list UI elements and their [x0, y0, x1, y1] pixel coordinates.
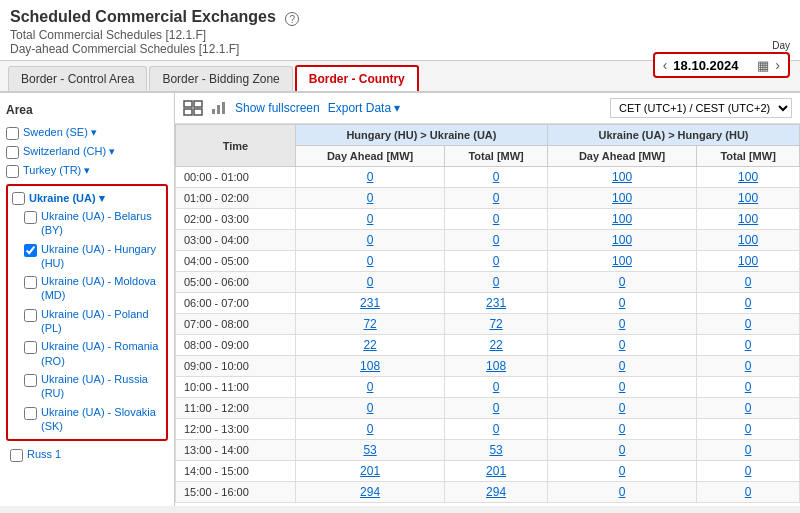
col-ua-hu-header: Ukraine (UA) > Hungary (HU) [547, 125, 799, 146]
switzerland-label[interactable]: Switzerland (CH) ▾ [23, 144, 115, 158]
main-layout: Area Sweden (SE) ▾ Switzerland (CH) ▾ Tu… [0, 93, 800, 506]
ua-sk-label[interactable]: Ukraine (UA) - Slovakia (SK) [41, 405, 162, 434]
sidebar-item-ua-hu[interactable]: Ukraine (UA) - Hungary (HU) [10, 240, 164, 273]
sidebar-item-turkey[interactable]: Turkey (TR) ▾ [4, 161, 170, 180]
turkey-label[interactable]: Turkey (TR) ▾ [23, 163, 90, 177]
sidebar-item-ua-sk[interactable]: Ukraine (UA) - Slovakia (SK) [10, 403, 164, 436]
svg-rect-4 [212, 109, 215, 114]
sidebar-item-ua-pl[interactable]: Ukraine (UA) - Poland (PL) [10, 305, 164, 338]
col-hu-ua-header: Hungary (HU) > Ukraine (UA) [295, 125, 547, 146]
table-row: 12:00 - 13:000000 [176, 419, 800, 440]
table-row: 01:00 - 02:0000100100 [176, 188, 800, 209]
table-row: 13:00 - 14:00535300 [176, 440, 800, 461]
sidebar-item-sweden[interactable]: Sweden (SE) ▾ [4, 123, 170, 142]
sidebar-title: Area [4, 99, 170, 123]
svg-rect-2 [184, 109, 192, 115]
sidebar-item-ua-md[interactable]: Ukraine (UA) - Moldova (MD) [10, 272, 164, 305]
sidebar-item-russ[interactable]: Russ 1 [4, 445, 170, 464]
table-row: 07:00 - 08:00727200 [176, 314, 800, 335]
ua-md-label[interactable]: Ukraine (UA) - Moldova (MD) [41, 274, 162, 303]
table-row: 00:00 - 01:0000100100 [176, 167, 800, 188]
page-title: Scheduled Commercial Exchanges [10, 8, 276, 25]
sidebar: Area Sweden (SE) ▾ Switzerland (CH) ▾ Tu… [0, 93, 175, 506]
svg-rect-5 [217, 105, 220, 114]
calendar-button[interactable]: ▦ [757, 58, 769, 73]
ua-sk-checkbox[interactable] [24, 407, 37, 420]
timezone-select[interactable]: CET (UTC+1) / CEST (UTC+2) [610, 98, 792, 118]
table-row: 02:00 - 03:0000100100 [176, 209, 800, 230]
show-fullscreen-link[interactable]: Show fullscreen [235, 101, 320, 115]
day-input[interactable] [673, 58, 753, 73]
svg-rect-1 [194, 101, 202, 107]
table-view-icon[interactable] [183, 100, 203, 116]
next-day-button[interactable]: › [773, 57, 782, 73]
content-area: Show fullscreen Export Data ▾ CET (UTC+1… [175, 93, 800, 506]
sidebar-item-switzerland[interactable]: Switzerland (CH) ▾ [4, 142, 170, 161]
table-row: 09:00 - 10:0010810800 [176, 356, 800, 377]
day-control: ‹ ▦ › [653, 52, 790, 78]
help-icon[interactable]: ? [285, 12, 299, 26]
col-hu-ua-da-header: Day Ahead [MW] [295, 146, 444, 167]
ua-ro-label[interactable]: Ukraine (UA) - Romania (RO) [41, 339, 162, 368]
svg-rect-6 [222, 102, 225, 114]
sidebar-item-ua-ro[interactable]: Ukraine (UA) - Romania (RO) [10, 337, 164, 370]
sidebar-item-ua-ru[interactable]: Ukraine (UA) - Russia (RU) [10, 370, 164, 403]
col-time-header: Time [176, 125, 296, 167]
day-label: Day [772, 40, 790, 51]
svg-rect-0 [184, 101, 192, 107]
data-table: Time Hungary (HU) > Ukraine (UA) Ukraine… [175, 124, 800, 503]
ua-pl-checkbox[interactable] [24, 309, 37, 322]
sweden-checkbox[interactable] [6, 127, 19, 140]
ua-ru-label[interactable]: Ukraine (UA) - Russia (RU) [41, 372, 162, 401]
sidebar-item-ua-by[interactable]: Ukraine (UA) - Belarus (BY) [10, 207, 164, 240]
table-row: 08:00 - 09:00222200 [176, 335, 800, 356]
col-hu-ua-t-header: Total [MW] [445, 146, 548, 167]
russ-checkbox[interactable] [10, 449, 23, 462]
table-row: 03:00 - 04:0000100100 [176, 230, 800, 251]
switzerland-checkbox[interactable] [6, 146, 19, 159]
russ-label[interactable]: Russ 1 [27, 447, 61, 461]
table-row: 06:00 - 07:0023123100 [176, 293, 800, 314]
ua-ro-checkbox[interactable] [24, 341, 37, 354]
ua-pl-label[interactable]: Ukraine (UA) - Poland (PL) [41, 307, 162, 336]
export-button[interactable]: Export Data ▾ [328, 101, 401, 115]
sweden-label[interactable]: Sweden (SE) ▾ [23, 125, 97, 139]
turkey-checkbox[interactable] [6, 165, 19, 178]
ua-md-checkbox[interactable] [24, 276, 37, 289]
ua-hu-label[interactable]: Ukraine (UA) - Hungary (HU) [41, 242, 162, 271]
content-toolbar: Show fullscreen Export Data ▾ CET (UTC+1… [175, 93, 800, 124]
svg-rect-3 [194, 109, 202, 115]
table-row: 14:00 - 15:0020120100 [176, 461, 800, 482]
col-ua-hu-da-header: Day Ahead [MW] [547, 146, 696, 167]
table-row: 10:00 - 11:000000 [176, 377, 800, 398]
tab-border-country[interactable]: Border - Country [295, 65, 419, 91]
table-row: 05:00 - 06:000000 [176, 272, 800, 293]
tab-border-bidding-zone[interactable]: Border - Bidding Zone [149, 66, 292, 91]
col-ua-hu-t-header: Total [MW] [697, 146, 800, 167]
ukraine-group-header[interactable]: Ukraine (UA) ▾ [10, 190, 164, 207]
ua-ru-checkbox[interactable] [24, 374, 37, 387]
prev-day-button[interactable]: ‹ [661, 57, 670, 73]
ukraine-label[interactable]: Ukraine (UA) ▾ [29, 192, 105, 205]
table-row: 15:00 - 16:0029429400 [176, 482, 800, 503]
table-row: 04:00 - 05:0000100100 [176, 251, 800, 272]
table-row: 11:00 - 12:000000 [176, 398, 800, 419]
ukraine-checkbox[interactable] [12, 192, 25, 205]
ua-by-label[interactable]: Ukraine (UA) - Belarus (BY) [41, 209, 162, 238]
subtitle1: Total Commercial Schedules [12.1.F] [10, 28, 790, 42]
tab-border-control-area[interactable]: Border - Control Area [8, 66, 147, 91]
ukraine-group: Ukraine (UA) ▾ Ukraine (UA) - Belarus (B… [6, 184, 168, 441]
chart-view-icon[interactable] [211, 101, 227, 115]
ua-hu-checkbox[interactable] [24, 244, 37, 257]
ua-by-checkbox[interactable] [24, 211, 37, 224]
